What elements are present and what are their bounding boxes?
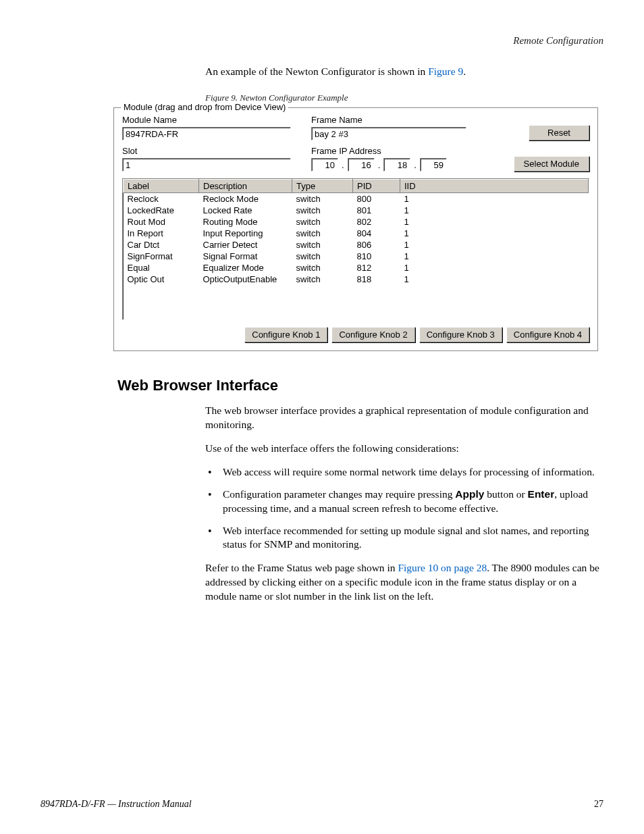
cell-type: switch [292, 216, 353, 228]
frame-name-input[interactable]: bay 2 #3 [311, 127, 466, 140]
table-row[interactable]: In ReportInput Reportingswitch8041 [124, 228, 589, 239]
section-heading: Web Browser Interface [117, 377, 603, 394]
cell-pid: 810 [353, 251, 400, 262]
frame-name-label: Frame Name [311, 115, 487, 125]
cell-iid: 1 [400, 251, 589, 262]
text: Refer to the Frame Status web page shown… [205, 562, 398, 573]
cell-desc: Locked Rate [199, 205, 292, 216]
newton-configurator-window: Module (drag and drop from Device View) … [113, 107, 598, 351]
ip-dot: . [338, 160, 348, 170]
cell-type: switch [292, 205, 353, 216]
page-header: Remote Configuration [41, 35, 603, 47]
select-module-button[interactable]: Select Module [514, 156, 589, 172]
cell-iid: 1 [400, 205, 589, 216]
cell-desc: Reclock Mode [199, 193, 292, 205]
footer-title: 8947RDA-D/-FR — Instruction Manual [41, 799, 192, 810]
cell-iid: 1 [400, 216, 589, 228]
cell-label: Rout Mod [124, 216, 199, 228]
cell-label: Equal [124, 262, 199, 273]
ip-octet-2[interactable]: 16 [348, 158, 375, 172]
cell-type: switch [292, 251, 353, 262]
text: Configuration parameter changes may requ… [223, 488, 455, 500]
col-pid[interactable]: PID [353, 180, 400, 193]
cell-desc: Routing Mode [199, 216, 292, 228]
reset-button[interactable]: Reset [529, 125, 589, 140]
configure-knob-4-button[interactable]: Configure Knob 4 [506, 327, 589, 342]
ip-dot: . [375, 160, 384, 170]
cell-pid: 804 [353, 228, 400, 239]
col-description[interactable]: Description [199, 180, 292, 193]
cell-iid: 1 [400, 193, 589, 205]
parameter-table: Label Description Type PID IID ReclockRe… [123, 179, 589, 285]
table-row[interactable]: SignFormatSignal Formatswitch8101 [124, 251, 589, 262]
table-row[interactable]: EqualEqualizer Modeswitch8121 [124, 262, 589, 273]
table-row[interactable]: Car DtctCarrier Detectswitch8061 [124, 239, 589, 251]
cell-desc: Carrier Detect [199, 239, 292, 251]
cell-type: switch [292, 273, 353, 285]
cell-label: SignFormat [124, 251, 199, 262]
col-iid[interactable]: IID [400, 180, 589, 193]
cell-type: switch [292, 193, 353, 205]
cell-label: Car Dtct [124, 239, 199, 251]
ip-octet-4[interactable]: 59 [420, 158, 447, 172]
configure-knob-3-button[interactable]: Configure Knob 3 [419, 327, 502, 342]
cell-label: Reclock [124, 193, 199, 205]
cell-desc: Signal Format [199, 251, 292, 262]
table-row[interactable]: ReclockReclock Modeswitch8001 [124, 193, 589, 205]
table-row[interactable]: LockedRateLocked Rateswitch8011 [124, 205, 589, 216]
list-item: Web access will require some normal netw… [205, 465, 603, 479]
fieldset-legend: Module (drag and drop from Device View) [121, 102, 288, 112]
cell-type: switch [292, 239, 353, 251]
cell-pid: 802 [353, 216, 400, 228]
enter-keyword: Enter [528, 488, 555, 500]
cell-pid: 800 [353, 193, 400, 205]
configure-knob-2-button[interactable]: Configure Knob 2 [331, 327, 414, 342]
ip-octet-1[interactable]: 10 [311, 158, 338, 172]
cell-iid: 1 [400, 239, 589, 251]
cell-label: In Report [124, 228, 199, 239]
module-name-input[interactable]: 8947RDA-FR [122, 127, 291, 140]
cell-iid: 1 [400, 273, 589, 285]
figure-link[interactable]: Figure 10 on page 28 [398, 562, 487, 573]
cell-iid: 1 [400, 262, 589, 273]
module-name-label: Module Name [122, 115, 311, 125]
page-footer: 8947RDA-D/-FR — Instruction Manual 27 [41, 799, 603, 810]
text: . [463, 66, 466, 77]
cell-desc: Equalizer Mode [199, 262, 292, 273]
text: button or [484, 488, 527, 500]
cell-pid: 812 [353, 262, 400, 273]
parameter-table-container: Label Description Type PID IID ReclockRe… [122, 178, 589, 320]
text: An example of the Newton Configurator is… [205, 66, 428, 77]
module-fieldset: Module (drag and drop from Device View) … [113, 107, 598, 351]
list-item: Configuration parameter changes may requ… [205, 488, 603, 516]
cell-desc: OpticOutputEnable [199, 273, 292, 285]
ip-octet-3[interactable]: 18 [383, 158, 410, 172]
figure-link[interactable]: Figure 9 [428, 66, 463, 77]
cell-iid: 1 [400, 228, 589, 239]
cell-pid: 818 [353, 273, 400, 285]
table-row[interactable]: Rout ModRouting Modeswitch8021 [124, 216, 589, 228]
cell-type: switch [292, 228, 353, 239]
body-paragraph: Use of the web interface offers the foll… [205, 442, 603, 456]
cell-label: LockedRate [124, 205, 199, 216]
figure-reference-paragraph: An example of the Newton Configurator is… [205, 66, 603, 78]
frame-ip-label: Frame IP Address [311, 146, 487, 156]
body-paragraph: Refer to the Frame Status web page shown… [205, 561, 603, 604]
configure-knob-1-button[interactable]: Configure Knob 1 [244, 327, 327, 342]
slot-label: Slot [122, 146, 311, 156]
cell-pid: 801 [353, 205, 400, 216]
col-type[interactable]: Type [292, 180, 353, 193]
cell-desc: Input Reporting [199, 228, 292, 239]
ip-dot: . [410, 160, 420, 170]
slot-input[interactable]: 1 [122, 158, 291, 172]
col-label[interactable]: Label [124, 180, 199, 193]
list-item: Web interface recommended for setting up… [205, 524, 603, 552]
bullet-list: Web access will require some normal netw… [205, 465, 603, 552]
table-row[interactable]: Optic OutOpticOutputEnableswitch8181 [124, 273, 589, 285]
body-paragraph: The web browser interface provides a gra… [205, 404, 603, 432]
page-number: 27 [594, 799, 603, 810]
cell-pid: 806 [353, 239, 400, 251]
cell-type: switch [292, 262, 353, 273]
cell-label: Optic Out [124, 273, 199, 285]
apply-keyword: Apply [455, 488, 484, 500]
